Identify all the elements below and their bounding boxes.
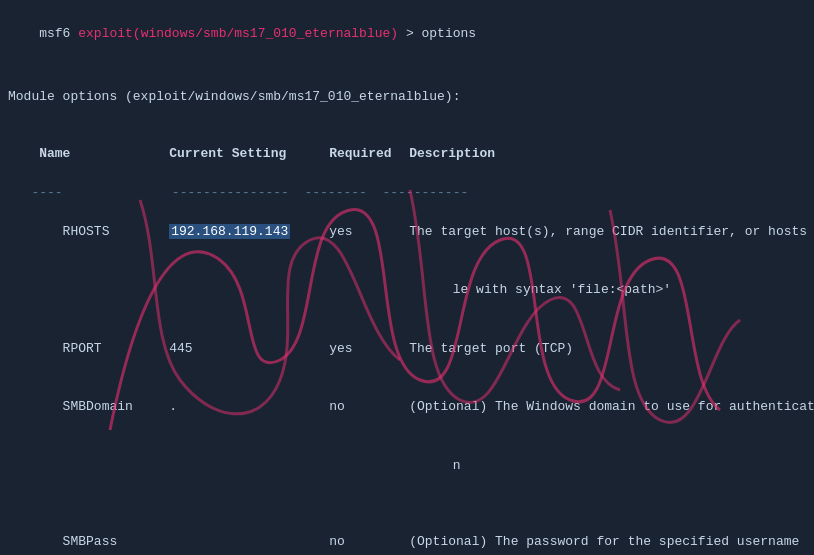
smbdomain-value: .	[169, 397, 329, 417]
smbdomain-desc2-row: n	[8, 436, 806, 495]
rhosts-value: 192.168.119.143	[169, 222, 329, 242]
col-setting-header: Current Setting	[169, 144, 329, 164]
rhosts-desc2-row: le with syntax 'file:<path>'	[8, 261, 806, 320]
col-required-header: Required	[329, 144, 409, 164]
col-desc-header: Description	[409, 146, 495, 161]
rhosts-row: RHOSTS192.168.119.143yesThe target host(…	[8, 202, 806, 261]
top-command-line: msf6 exploit(windows/smb/ms17_010_eterna…	[8, 4, 806, 63]
table-divider: ---- --------------- -------- ----------…	[8, 183, 806, 203]
smbdomain-row: SMBDomain.no(Optional) The Windows domai…	[8, 378, 806, 437]
smbpass-desc: (Optional) The password for the specifie…	[409, 534, 799, 549]
rport-required: yes	[329, 339, 409, 359]
module-options-header: Module options (exploit/windows/smb/ms17…	[8, 87, 806, 107]
rport-desc: The target port (TCP)	[409, 341, 573, 356]
rport-value: 445	[169, 339, 329, 359]
col-name-header: Name	[39, 144, 169, 164]
smbdomain-desc2: n	[39, 458, 460, 473]
smbdomain-required: no	[329, 397, 409, 417]
smbdomain-name: SMBDomain	[39, 397, 169, 417]
rport-row: RPORT445yesThe target port (TCP)	[8, 319, 806, 378]
rhosts-desc: The target host(s), range CIDR identifie…	[409, 224, 814, 239]
rhosts-required: yes	[329, 222, 409, 242]
rhosts-name: RHOSTS	[39, 222, 169, 242]
smbpass-name: SMBPass	[39, 532, 169, 552]
smbdomain-desc: (Optional) The Windows domain to use for…	[409, 399, 814, 414]
prompt-arrow: >	[398, 26, 421, 41]
prompt-exploit: exploit(windows/smb/ms17_010_eternalblue…	[70, 26, 398, 41]
rhosts-desc2: le with syntax 'file:<path>'	[39, 282, 671, 297]
rport-name: RPORT	[39, 339, 169, 359]
terminal-window: msf6 exploit(windows/smb/ms17_010_eterna…	[0, 0, 814, 555]
smbpass-row: SMBPassno(Optional) The password for the…	[8, 513, 806, 556]
column-headers: NameCurrent SettingRequiredDescription	[8, 124, 806, 183]
smbpass-required: no	[329, 532, 409, 552]
command-text: options	[422, 26, 477, 41]
prompt-msf: msf6	[39, 26, 70, 41]
